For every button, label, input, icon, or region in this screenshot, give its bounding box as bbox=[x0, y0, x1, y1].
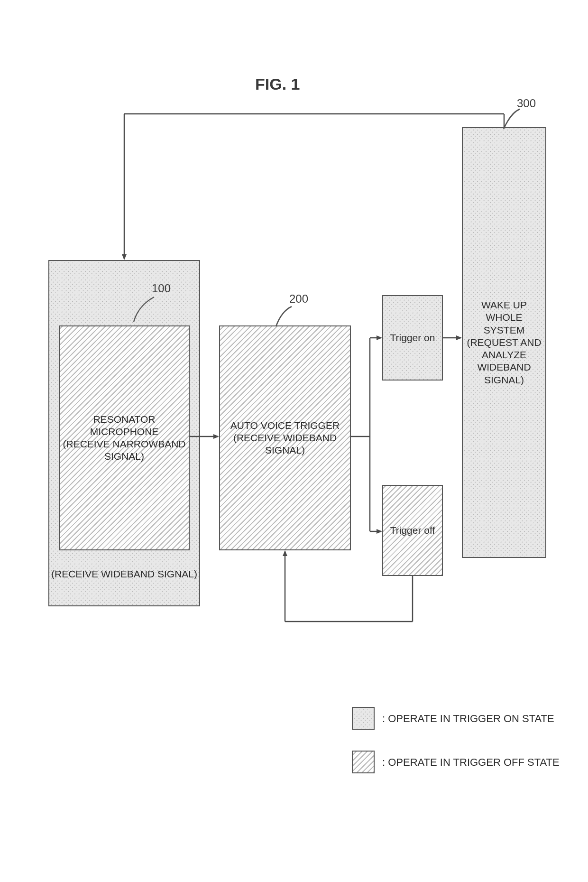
legend-swatch-off bbox=[352, 751, 375, 773]
legend-on-text: : OPERATE IN TRIGGER ON STATE bbox=[382, 713, 554, 725]
legend-off-text: : OPERATE IN TRIGGER OFF STATE bbox=[382, 756, 560, 769]
arrows-layer bbox=[0, 0, 588, 712]
legend-swatch-on bbox=[352, 707, 375, 730]
